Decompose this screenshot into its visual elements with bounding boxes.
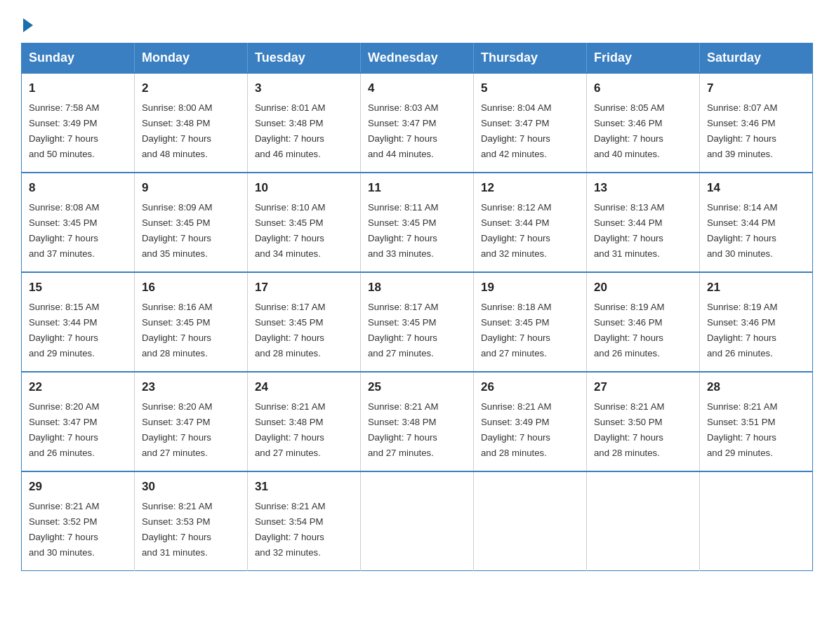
day-info: Sunrise: 8:07 AMSunset: 3:46 PMDaylight:… <box>707 102 777 159</box>
calendar-cell: 20Sunrise: 8:19 AMSunset: 3:46 PMDayligh… <box>587 272 700 372</box>
day-info: Sunrise: 8:00 AMSunset: 3:48 PMDaylight:… <box>142 102 212 159</box>
day-number: 3 <box>255 79 353 98</box>
calendar-header: Sunday Monday Tuesday Wednesday Thursday… <box>22 43 813 74</box>
calendar-cell: 19Sunrise: 8:18 AMSunset: 3:45 PMDayligh… <box>474 272 587 372</box>
day-info: Sunrise: 8:18 AMSunset: 3:45 PMDaylight:… <box>481 302 551 358</box>
calendar-cell: 10Sunrise: 8:10 AMSunset: 3:45 PMDayligh… <box>248 173 361 272</box>
day-number: 12 <box>481 179 579 197</box>
day-number: 21 <box>707 279 805 297</box>
col-monday: Monday <box>135 43 248 74</box>
day-number: 22 <box>29 378 127 396</box>
page-header <box>21 14 813 30</box>
day-info: Sunrise: 8:16 AMSunset: 3:45 PMDaylight:… <box>142 302 212 358</box>
calendar-cell: 3Sunrise: 8:01 AMSunset: 3:48 PMDaylight… <box>248 73 361 173</box>
day-number: 31 <box>255 478 353 496</box>
day-info: Sunrise: 8:09 AMSunset: 3:45 PMDaylight:… <box>142 202 212 259</box>
col-saturday: Saturday <box>700 43 813 74</box>
week-row-5: 29Sunrise: 8:21 AMSunset: 3:52 PMDayligh… <box>22 471 813 571</box>
col-sunday: Sunday <box>22 43 135 74</box>
day-info: Sunrise: 8:08 AMSunset: 3:45 PMDaylight:… <box>29 202 99 259</box>
col-tuesday: Tuesday <box>248 43 361 74</box>
calendar-cell: 31Sunrise: 8:21 AMSunset: 3:54 PMDayligh… <box>248 471 361 571</box>
week-row-2: 8Sunrise: 8:08 AMSunset: 3:45 PMDaylight… <box>22 173 813 272</box>
week-row-1: 1Sunrise: 7:58 AMSunset: 3:49 PMDaylight… <box>22 73 813 173</box>
day-number: 27 <box>594 378 692 396</box>
calendar-cell: 25Sunrise: 8:21 AMSunset: 3:48 PMDayligh… <box>361 372 474 471</box>
calendar-cell: 7Sunrise: 8:07 AMSunset: 3:46 PMDaylight… <box>700 73 813 173</box>
calendar-cell: 13Sunrise: 8:13 AMSunset: 3:44 PMDayligh… <box>587 173 700 272</box>
day-info: Sunrise: 8:03 AMSunset: 3:47 PMDaylight:… <box>368 102 438 159</box>
col-friday: Friday <box>587 43 700 74</box>
calendar-cell: 14Sunrise: 8:14 AMSunset: 3:44 PMDayligh… <box>700 173 813 272</box>
calendar-cell: 17Sunrise: 8:17 AMSunset: 3:45 PMDayligh… <box>248 272 361 372</box>
calendar-cell <box>700 471 813 571</box>
day-info: Sunrise: 8:10 AMSunset: 3:45 PMDaylight:… <box>255 202 325 259</box>
day-info: Sunrise: 8:20 AMSunset: 3:47 PMDaylight:… <box>29 401 99 458</box>
calendar-cell: 5Sunrise: 8:04 AMSunset: 3:47 PMDaylight… <box>474 73 587 173</box>
calendar-cell: 2Sunrise: 8:00 AMSunset: 3:48 PMDaylight… <box>135 73 248 173</box>
day-number: 20 <box>594 279 692 297</box>
calendar-cell: 4Sunrise: 8:03 AMSunset: 3:47 PMDaylight… <box>361 73 474 173</box>
day-info: Sunrise: 7:58 AMSunset: 3:49 PMDaylight:… <box>29 102 99 159</box>
week-row-3: 15Sunrise: 8:15 AMSunset: 3:44 PMDayligh… <box>22 272 813 372</box>
day-number: 30 <box>142 478 240 496</box>
day-number: 1 <box>29 79 127 98</box>
day-number: 11 <box>368 179 466 197</box>
calendar-cell <box>474 471 587 571</box>
day-info: Sunrise: 8:21 AMSunset: 3:53 PMDaylight:… <box>142 501 212 558</box>
day-number: 28 <box>707 378 805 396</box>
calendar-cell: 16Sunrise: 8:16 AMSunset: 3:45 PMDayligh… <box>135 272 248 372</box>
day-number: 29 <box>29 478 127 496</box>
day-number: 13 <box>594 179 692 197</box>
calendar-cell: 22Sunrise: 8:20 AMSunset: 3:47 PMDayligh… <box>22 372 135 471</box>
calendar-cell: 18Sunrise: 8:17 AMSunset: 3:45 PMDayligh… <box>361 272 474 372</box>
calendar-cell: 12Sunrise: 8:12 AMSunset: 3:44 PMDayligh… <box>474 173 587 272</box>
day-info: Sunrise: 8:21 AMSunset: 3:54 PMDaylight:… <box>255 501 325 558</box>
calendar-cell: 21Sunrise: 8:19 AMSunset: 3:46 PMDayligh… <box>700 272 813 372</box>
day-info: Sunrise: 8:14 AMSunset: 3:44 PMDaylight:… <box>707 202 777 259</box>
calendar-cell: 29Sunrise: 8:21 AMSunset: 3:52 PMDayligh… <box>22 471 135 571</box>
day-info: Sunrise: 8:05 AMSunset: 3:46 PMDaylight:… <box>594 102 664 159</box>
calendar-cell <box>361 471 474 571</box>
logo-arrow-icon <box>23 18 33 32</box>
logo <box>21 14 34 30</box>
day-number: 7 <box>707 79 805 98</box>
day-number: 9 <box>142 179 240 197</box>
day-info: Sunrise: 8:21 AMSunset: 3:48 PMDaylight:… <box>255 401 325 458</box>
day-number: 25 <box>368 378 466 396</box>
day-number: 19 <box>481 279 579 297</box>
day-info: Sunrise: 8:17 AMSunset: 3:45 PMDaylight:… <box>368 302 438 358</box>
day-number: 6 <box>594 79 692 98</box>
day-info: Sunrise: 8:15 AMSunset: 3:44 PMDaylight:… <box>29 302 99 358</box>
calendar-body: 1Sunrise: 7:58 AMSunset: 3:49 PMDaylight… <box>22 73 813 571</box>
day-number: 5 <box>481 79 579 98</box>
day-info: Sunrise: 8:01 AMSunset: 3:48 PMDaylight:… <box>255 102 325 159</box>
calendar-cell: 28Sunrise: 8:21 AMSunset: 3:51 PMDayligh… <box>700 372 813 471</box>
calendar-cell: 24Sunrise: 8:21 AMSunset: 3:48 PMDayligh… <box>248 372 361 471</box>
day-info: Sunrise: 8:20 AMSunset: 3:47 PMDaylight:… <box>142 401 212 458</box>
calendar-table: Sunday Monday Tuesday Wednesday Thursday… <box>21 43 813 571</box>
header-row: Sunday Monday Tuesday Wednesday Thursday… <box>22 43 813 74</box>
week-row-4: 22Sunrise: 8:20 AMSunset: 3:47 PMDayligh… <box>22 372 813 471</box>
day-number: 2 <box>142 79 240 98</box>
day-info: Sunrise: 8:21 AMSunset: 3:49 PMDaylight:… <box>481 401 551 458</box>
day-number: 23 <box>142 378 240 396</box>
day-info: Sunrise: 8:21 AMSunset: 3:48 PMDaylight:… <box>368 401 438 458</box>
day-info: Sunrise: 8:13 AMSunset: 3:44 PMDaylight:… <box>594 202 664 259</box>
calendar-cell: 23Sunrise: 8:20 AMSunset: 3:47 PMDayligh… <box>135 372 248 471</box>
day-number: 15 <box>29 279 127 297</box>
calendar-cell: 30Sunrise: 8:21 AMSunset: 3:53 PMDayligh… <box>135 471 248 571</box>
day-number: 4 <box>368 79 466 98</box>
day-number: 10 <box>255 179 353 197</box>
calendar-cell: 6Sunrise: 8:05 AMSunset: 3:46 PMDaylight… <box>587 73 700 173</box>
day-info: Sunrise: 8:11 AMSunset: 3:45 PMDaylight:… <box>368 202 438 259</box>
day-number: 18 <box>368 279 466 297</box>
day-info: Sunrise: 8:19 AMSunset: 3:46 PMDaylight:… <box>594 302 664 358</box>
day-info: Sunrise: 8:21 AMSunset: 3:51 PMDaylight:… <box>707 401 777 458</box>
calendar-cell: 15Sunrise: 8:15 AMSunset: 3:44 PMDayligh… <box>22 272 135 372</box>
day-info: Sunrise: 8:12 AMSunset: 3:44 PMDaylight:… <box>481 202 551 259</box>
calendar-cell <box>587 471 700 571</box>
day-number: 14 <box>707 179 805 197</box>
day-number: 16 <box>142 279 240 297</box>
col-thursday: Thursday <box>474 43 587 74</box>
